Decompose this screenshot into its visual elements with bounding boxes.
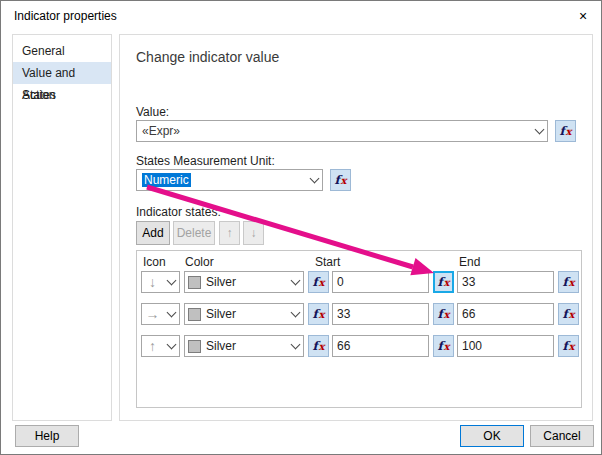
table-row: ↑ Silver fx fx fx [137,335,581,357]
column-header-icon: Icon [143,255,166,269]
unit-fx-button[interactable]: fx [330,169,351,191]
fx-icon: f [437,275,442,289]
start-value-input[interactable] [332,335,429,357]
unit-combobox[interactable]: Numeric [136,169,323,191]
end-value-input[interactable] [457,271,554,293]
help-button[interactable]: Help [15,425,79,447]
page-title: Change indicator value [136,49,279,65]
close-icon[interactable]: × [565,1,601,31]
color-name: Silver [206,275,287,289]
state-icon-dropdown[interactable]: → [141,303,180,325]
delete-state-button[interactable]: Delete [173,221,215,245]
fx-icon: f [312,339,317,353]
table-row: → Silver fx fx fx [137,303,581,325]
sidebar-item-value-and-states[interactable]: Value and States [13,62,111,84]
down-arrow-icon: ↓ [142,273,163,291]
unit-label: States Measurement Unit: [136,154,275,168]
unit-combobox-text: Numeric [142,173,191,187]
end-fx-button[interactable]: fx [558,271,579,293]
state-icon-dropdown[interactable]: ↓ [141,271,180,293]
state-color-dropdown[interactable]: Silver [184,303,304,325]
fx-icon: f [562,339,567,353]
column-header-color: Color [185,255,214,269]
color-fx-button[interactable]: fx [308,335,329,357]
table-row: ↓ Silver fx fx fx [137,271,581,293]
cancel-button[interactable]: Cancel [530,425,594,447]
chevron-down-icon[interactable] [287,272,303,292]
start-value-input[interactable] [332,271,429,293]
right-arrow-icon: → [142,305,163,323]
main-panel: Change indicator value Value: «Expr» fx … [119,34,593,421]
column-header-start: Start [315,255,340,269]
color-fx-button[interactable]: fx [308,303,329,325]
add-state-button[interactable]: Add [136,221,170,245]
chevron-down-icon[interactable] [163,336,179,356]
dialog-title: Indicator properties [14,9,117,23]
indicator-properties-dialog: Indicator properties × General Value and… [0,0,602,455]
end-value-input[interactable] [457,303,554,325]
value-label: Value: [136,105,169,119]
end-fx-button[interactable]: fx [558,335,579,357]
fx-icon: f [334,173,339,187]
sidebar-item-action[interactable]: Action [13,84,111,106]
state-color-dropdown[interactable]: Silver [184,271,304,293]
value-combobox[interactable]: «Expr» [136,120,548,142]
color-swatch [188,276,201,289]
end-value-input[interactable] [457,335,554,357]
fx-icon: f [312,275,317,289]
chevron-down-icon[interactable] [306,170,322,190]
sidebar-item-general[interactable]: General [13,40,111,62]
color-swatch [188,340,201,353]
fx-icon: f [437,339,442,353]
start-fx-button[interactable]: fx [433,303,454,325]
start-fx-button[interactable]: fx [433,271,454,293]
value-combobox-text: «Expr» [137,124,531,138]
state-color-dropdown[interactable]: Silver [184,335,304,357]
fx-icon: f [312,307,317,321]
color-name: Silver [206,339,287,353]
indicator-states-label: Indicator states: [136,205,221,219]
start-value-input[interactable] [332,303,429,325]
chevron-down-icon[interactable] [163,272,179,292]
chevron-down-icon[interactable] [287,304,303,324]
fx-icon: f [562,307,567,321]
chevron-down-icon[interactable] [163,304,179,324]
column-header-end: End [459,255,480,269]
fx-icon: f [559,124,564,138]
title-bar: Indicator properties × [1,1,601,31]
chevron-down-icon[interactable] [531,121,547,141]
up-arrow-icon: ↑ [227,226,233,240]
sidebar: General Value and States Action [12,34,112,421]
ok-button[interactable]: OK [460,425,524,447]
move-down-button[interactable]: ↓ [243,221,264,245]
color-fx-button[interactable]: fx [308,271,329,293]
color-swatch [188,308,201,321]
end-fx-button[interactable]: fx [558,303,579,325]
state-icon-dropdown[interactable]: ↑ [141,335,180,357]
up-arrow-icon: ↑ [142,337,163,355]
down-arrow-icon: ↓ [251,226,257,240]
fx-icon: f [562,275,567,289]
indicator-states-table: Icon Color Start End ↓ Silver fx fx [136,250,582,408]
fx-icon: f [437,307,442,321]
start-fx-button[interactable]: fx [433,335,454,357]
chevron-down-icon[interactable] [287,336,303,356]
value-fx-button[interactable]: fx [555,120,576,142]
color-name: Silver [206,307,287,321]
move-up-button[interactable]: ↑ [219,221,240,245]
